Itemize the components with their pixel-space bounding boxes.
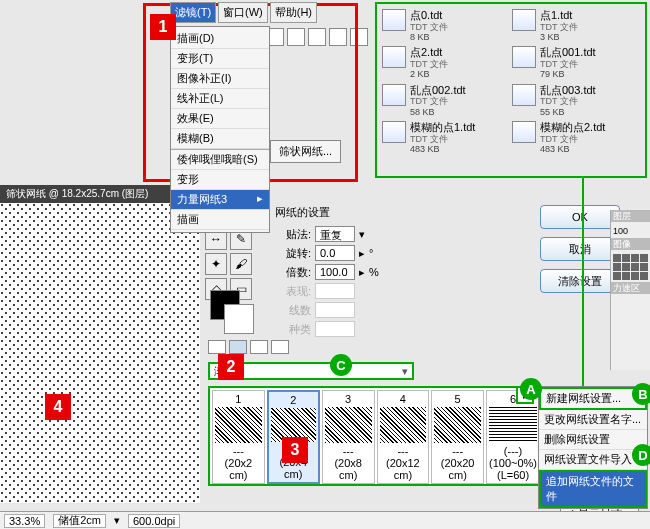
file-item[interactable]: 乱点003.tdtTDT 文件55 KB — [512, 84, 622, 117]
draw-modes — [208, 340, 289, 354]
zoom-display[interactable]: 33.3% — [4, 514, 45, 528]
file-item[interactable]: 乱点001.tdtTDT 文件79 KB — [512, 46, 622, 79]
speed-tab[interactable]: 力速区 — [611, 282, 650, 294]
tone-thumbnails: 1---(20x2 cm) 2---(20x4 cm) 3---(20x8 cm… — [208, 386, 544, 486]
thumb-item[interactable]: 6(---)(100~0%)(L=60) — [486, 390, 540, 484]
file-item[interactable]: 乱点002.tdtTDT 文件58 KB — [382, 84, 492, 117]
file-icon — [512, 9, 536, 31]
cancel-button[interactable]: 取消 — [540, 237, 620, 261]
rotation-input[interactable]: 0.0 — [315, 245, 355, 261]
paste-select[interactable]: 重复 — [315, 226, 355, 242]
submenu-tone[interactable]: 筛状网纸... — [270, 140, 341, 163]
menu-item[interactable]: 效果(E) — [171, 109, 269, 129]
file-icon — [382, 9, 406, 31]
menu-item[interactable]: 图像补正(I) — [171, 69, 269, 89]
ctx-delete[interactable]: 删除网纸设置 — [539, 430, 647, 450]
badge-3: 3 — [282, 437, 308, 463]
file-icon — [382, 121, 406, 143]
disabled-field — [315, 321, 355, 337]
ctx-append[interactable]: 追加网纸文件的文件 — [539, 470, 647, 508]
filter-dropdown: 描画(D) 变形(T) 图像补正(I) 线补正(L) 效果(E) 模糊(B) 倭… — [170, 26, 270, 233]
ctx-new[interactable]: 新建网纸设置... — [539, 387, 647, 410]
color-swatch[interactable] — [210, 290, 255, 335]
disabled-field — [315, 302, 355, 318]
menu-item[interactable]: 描画 — [171, 210, 269, 230]
badge-D: D — [632, 444, 650, 466]
menu-item[interactable]: 模糊(B) — [171, 129, 269, 149]
menu-item[interactable]: 倭俾哦俚哦暗(S) — [171, 149, 269, 170]
file-item[interactable]: 模糊的点2.tdtTDT 文件483 KB — [512, 121, 622, 154]
mode-icon[interactable] — [208, 340, 226, 354]
menu-filter[interactable]: 滤镜(T) — [170, 2, 216, 23]
brush-tool-icon[interactable]: 🖌 — [230, 253, 252, 275]
badge-2: 2 — [218, 354, 244, 380]
badge-1: 1 — [150, 14, 176, 40]
disabled-field — [315, 283, 355, 299]
canvas-area[interactable] — [0, 203, 200, 503]
spin-value[interactable]: 100 — [611, 224, 650, 238]
scale-input[interactable]: 100.0 — [315, 264, 355, 280]
toolbar-icon[interactable] — [350, 28, 368, 46]
thumbs-context-menu: 新建网纸设置... 更改网纸设置名字... 删除网纸设置 网纸设置文件导入 追加… — [538, 386, 648, 509]
image-tab[interactable]: 图像 — [611, 238, 650, 250]
menu-item[interactable]: 线补正(L) — [171, 89, 269, 109]
tone-settings-panel: 网纸的设置 贴法:重复▾ 旋转:0.0▸° 倍数:100.0▸% 表现: 线数 … — [275, 205, 525, 340]
dpi-display: 600.0dpi — [128, 514, 180, 528]
file-icon — [512, 46, 536, 68]
menu-item[interactable]: 变形 — [171, 170, 269, 190]
file-icon — [382, 84, 406, 106]
file-item[interactable]: 模糊的点1.tdtTDT 文件483 KB — [382, 121, 492, 154]
menu-window[interactable]: 窗口(W) — [218, 2, 268, 23]
file-list: 点0.tdtTDT 文件8 KB 点1.tdtTDT 文件3 KB 点2.tdt… — [380, 7, 642, 156]
file-item[interactable]: 点1.tdtTDT 文件3 KB — [512, 9, 622, 42]
toolbar-icon[interactable] — [308, 28, 326, 46]
badge-B: B — [632, 383, 650, 405]
ctx-rename[interactable]: 更改网纸设置名字... — [539, 410, 647, 430]
right-panel: 图层 100 图像 力速区 — [610, 210, 650, 370]
toolbar-icon[interactable] — [329, 28, 347, 46]
toolbar-icon[interactable] — [287, 28, 305, 46]
thumb-item[interactable]: 5---(20x20 cm) — [431, 390, 484, 484]
mode-icon[interactable] — [229, 340, 247, 354]
value-display: 储值2cm — [53, 514, 106, 528]
wand-tool-icon[interactable]: ✦ — [205, 253, 227, 275]
menu-item-tone[interactable]: 力量网纸3 — [171, 190, 269, 210]
menu-item[interactable]: 描画(D) — [171, 29, 269, 49]
thumb-item[interactable]: 4---(20x12 cm) — [377, 390, 430, 484]
file-icon — [512, 84, 536, 106]
file-item[interactable]: 点0.tdtTDT 文件8 KB — [382, 9, 492, 42]
file-icon — [382, 46, 406, 68]
settings-title: 网纸的设置 — [275, 205, 525, 220]
file-item[interactable]: 点2.tdtTDT 文件2 KB — [382, 46, 492, 79]
thumb-item[interactable]: 3---(20x8 cm) — [322, 390, 375, 484]
badge-C: C — [330, 354, 352, 376]
mode-icon[interactable] — [271, 340, 289, 354]
menu-item[interactable]: 变形(T) — [171, 49, 269, 69]
ok-button[interactable]: OK — [540, 205, 620, 229]
mode-icon[interactable] — [250, 340, 268, 354]
file-icon — [512, 121, 536, 143]
menu-help[interactable]: 帮助(H) — [270, 2, 317, 23]
clear-button[interactable]: 清除设置 — [540, 269, 620, 293]
ctx-import[interactable]: 网纸设置文件导入 — [539, 450, 647, 470]
badge-4: 4 — [45, 394, 71, 420]
layer-tab[interactable]: 图层 — [611, 210, 650, 222]
badge-A: A — [520, 378, 542, 400]
thumb-item[interactable]: 1---(20x2 cm) — [212, 390, 265, 484]
status-bar: 33.3% 储值2cm ▾ 600.0dpi — [0, 511, 650, 529]
